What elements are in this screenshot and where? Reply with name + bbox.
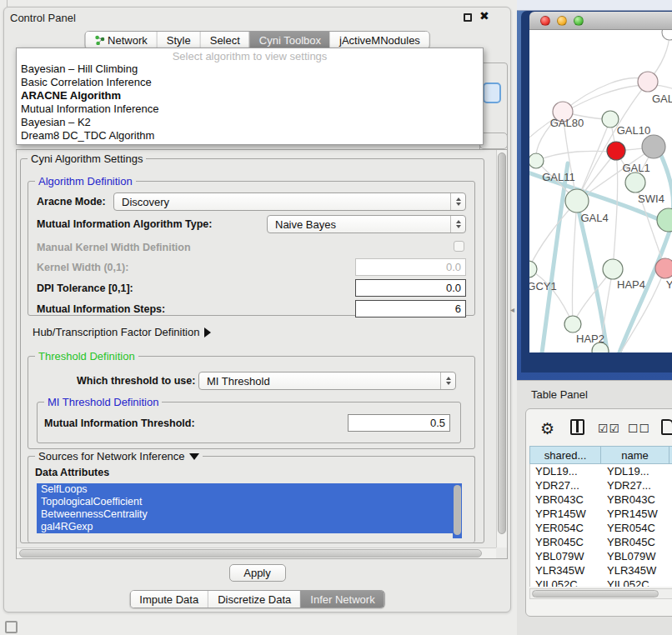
column-header[interactable]: shared... [529, 446, 601, 464]
cyni-mode-tabs: Impute DataDiscretize DataInfer Network [129, 590, 384, 608]
dpi-tolerance-field[interactable] [355, 279, 466, 297]
network-node[interactable] [607, 142, 625, 160]
node-label: HAP4 [617, 278, 645, 291]
close-icon[interactable]: ✖ [479, 9, 489, 22]
dropdown-item[interactable]: Bayesian – K2 [17, 116, 483, 129]
group-title: Cyni Algorithm Settings [28, 152, 146, 165]
table-row[interactable]: YBL079WYBL079W [530, 549, 672, 563]
network-node[interactable] [564, 316, 581, 332]
splitter-handle-icon[interactable]: ◂ [510, 305, 514, 314]
hub-definition-expander[interactable]: Hub/Transcription Factor Definition [33, 326, 211, 338]
table-row[interactable]: YER054CYER054C8. [530, 521, 672, 535]
column-header[interactable]: name [601, 446, 669, 464]
tab-impute-data[interactable]: Impute Data [130, 591, 208, 608]
mi-algorithm-type-combo[interactable]: Naive Bayes [267, 215, 466, 233]
table-row[interactable]: YDR27...YDR27...12 [530, 478, 672, 492]
which-threshold-combo[interactable]: MI Threshold [198, 372, 456, 390]
manual-kernel-checkbox[interactable] [454, 241, 464, 252]
dropdown-item[interactable]: Bayesian – Hill Climbing [17, 62, 483, 76]
aracne-mode-combo[interactable]: Discovery [113, 192, 466, 211]
mi-threshold-label: Mutual Information Threshold: [44, 418, 195, 429]
network-node[interactable] [603, 259, 623, 279]
algorithm-dropdown-popup: Select algorithm to view settings Bayesi… [16, 48, 484, 145]
network-window-titlebar[interactable] [529, 12, 672, 30]
control-panel-window: Control Panel ✖ NetworkStyleSelectCyni T… [3, 7, 511, 612]
mi-steps-label: Mutual Information Steps: [37, 303, 165, 315]
settings-vertical-scrollbar[interactable] [496, 150, 507, 548]
obscured-focused-combo-fragment [483, 82, 501, 103]
dropdown-item[interactable]: ARACNE Algorithm [17, 89, 483, 102]
node-label: GCY1 [529, 280, 557, 292]
network-node[interactable] [642, 135, 665, 158]
collapsed-panel-icon[interactable] [5, 621, 18, 633]
tab-infer-network[interactable]: Infer Network [300, 591, 384, 608]
aracne-mode-label: Aracne Mode: [37, 196, 106, 208]
tab-discretize-data[interactable]: Discretize Data [208, 591, 300, 608]
zoom-traffic-light[interactable] [574, 16, 584, 26]
table-cell: YBL079W [530, 549, 602, 563]
mi-steps-field[interactable] [355, 300, 466, 318]
table-cell: YER054C [530, 521, 602, 535]
network-edge [572, 201, 577, 324]
tab-cyni-toolbox[interactable]: Cyni Toolbox [249, 32, 330, 48]
list-item[interactable]: gal4RGexp [37, 521, 453, 533]
float-window-icon[interactable] [464, 13, 472, 22]
tab-label: Select [210, 34, 240, 47]
table-row[interactable]: YDL19...YDL19...13 [530, 464, 672, 478]
table-row[interactable]: YBR043CYBR043C [530, 492, 672, 507]
desktop-top-strip [517, 0, 672, 11]
network-canvas[interactable]: GALGAL80GAL10GAL1GAL11SWI4GAL4GCY1HAP4YH… [529, 30, 672, 352]
document-icon[interactable] [661, 419, 672, 435]
list-item[interactable]: SelfLoops [37, 483, 453, 496]
dropdown-item[interactable]: Basic Correlation Inference [17, 76, 483, 89]
node-label: GAL4 [580, 212, 608, 224]
table-row[interactable]: YBR045CYBR045C9. [530, 535, 672, 549]
which-threshold-label: Which threshold to use: [77, 375, 195, 387]
tab-select[interactable]: Select [200, 32, 249, 48]
table-row[interactable]: YIL052CYIL052C9 [530, 578, 672, 587]
settings-horizontal-scrollbar[interactable] [17, 548, 496, 558]
table-horizontal-scrollbar[interactable] [529, 588, 672, 599]
unchecked-boxes-icon[interactable]: ☐☐ [628, 419, 650, 438]
table-cell: YIL052C [530, 578, 602, 587]
network-node[interactable] [655, 258, 672, 278]
threshold-definition-group: Threshold Definition Which threshold to … [28, 356, 475, 449]
table-cell: YPR145W [530, 507, 602, 521]
network-node[interactable] [565, 189, 589, 212]
apply-button[interactable]: Apply [229, 564, 286, 582]
network-edge [536, 151, 616, 161]
table-row[interactable]: YLR345WYLR345W9. [530, 563, 672, 578]
network-node[interactable] [657, 208, 672, 232]
list-item[interactable]: TopologicalCoefficient [37, 496, 453, 508]
list-item[interactable]: BetweennessCentrality [37, 508, 453, 521]
tab-label: jActiveMNodules [339, 34, 420, 47]
network-window: GALGAL80GAL10GAL1GAL11SWI4GAL4GCY1HAP4YH… [521, 11, 672, 372]
tab-network[interactable]: Network [85, 32, 157, 48]
table-cell: YDL19... [602, 464, 670, 478]
tab-label: Style [167, 34, 191, 47]
kernel-width-field[interactable] [355, 258, 466, 276]
dropdown-item[interactable]: Dream8 DC_TDC Algorithm [17, 129, 483, 142]
tab-label: Discretize Data [218, 593, 291, 606]
network-edge [529, 85, 672, 142]
network-node[interactable] [529, 261, 537, 278]
table-row[interactable]: YPR145WYPR145W9. [530, 507, 672, 521]
network-node[interactable] [662, 30, 672, 40]
minimize-traffic-light[interactable] [557, 16, 567, 26]
columns-icon[interactable] [570, 419, 584, 435]
network-edge [613, 152, 618, 269]
table-cell: YDL19... [530, 464, 602, 478]
network-node[interactable] [529, 153, 544, 168]
control-panel-tabs: NetworkStyleSelectCyni ToolboxjActiveMNo… [84, 31, 430, 49]
tab-style[interactable]: Style [157, 32, 200, 48]
network-node[interactable] [625, 172, 645, 192]
mi-threshold-field[interactable] [348, 414, 450, 432]
tab-jactivemnodules[interactable]: jActiveMNodules [330, 32, 429, 48]
list-scrollbar[interactable] [453, 483, 462, 538]
close-traffic-light[interactable] [540, 16, 550, 26]
checked-boxes-icon[interactable]: ☑☑ [598, 419, 620, 438]
gear-icon[interactable]: ⚙ [540, 419, 554, 438]
network-node[interactable] [638, 72, 658, 92]
dropdown-item[interactable]: Mutual Information Inference [17, 102, 483, 116]
network-edge-strong [541, 163, 568, 352]
